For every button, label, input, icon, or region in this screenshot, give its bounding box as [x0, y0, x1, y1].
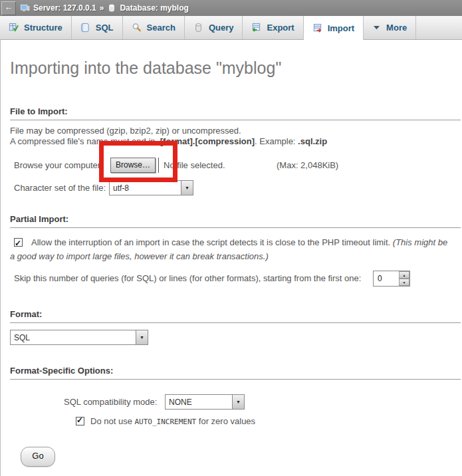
search-icon: [132, 23, 142, 33]
tab-label: Search: [147, 23, 175, 33]
auto-increment-row: Do not use AUTO_INCREMENT for zero value…: [76, 416, 255, 426]
format-select[interactable]: SQL ▼: [10, 330, 148, 345]
allow-interruption-label: Allow the interruption of an import in c…: [31, 237, 393, 247]
back-button[interactable]: ←: [1, 1, 16, 15]
sql-compatibility-select[interactable]: NONE ▼: [165, 394, 245, 410]
skip-queries-value: 0: [374, 271, 399, 286]
charset-label: Character set of the file:: [14, 183, 106, 193]
tab-label: Import: [328, 23, 354, 33]
format-select-arrow-icon[interactable]: ▼: [136, 330, 148, 344]
stepper-down-icon[interactable]: ▼: [399, 279, 409, 286]
tab-more[interactable]: More: [364, 16, 416, 39]
charset-select-value: utf-8: [110, 181, 181, 195]
database-icon: [107, 3, 116, 13]
structure-icon: [9, 23, 19, 33]
skip-queries-stepper[interactable]: 0 ▲ ▼: [373, 271, 410, 287]
import-icon: [312, 23, 322, 33]
sql-icon: [80, 23, 90, 33]
tab-export[interactable]: Export: [243, 16, 303, 39]
tab-query[interactable]: Query: [185, 16, 243, 39]
tab-sql[interactable]: SQL: [72, 16, 123, 39]
section-heading-format-options: Format-Specific Options:: [10, 366, 461, 380]
compression-info-line1: File may be compressed (gzip, bzip2, zip…: [10, 126, 241, 136]
charset-select[interactable]: utf-8 ▼: [109, 180, 193, 195]
allow-interruption-checkbox-checked[interactable]: [14, 238, 23, 247]
breadcrumb-separator: »: [100, 3, 104, 13]
tab-label: Export: [267, 23, 294, 33]
allow-interruption-row: Allow the interruption of an import in c…: [10, 235, 454, 263]
auto-increment-label-prefix: Do not use: [90, 416, 135, 426]
tab-label: SQL: [96, 23, 114, 33]
tab-label: Structure: [24, 23, 62, 33]
charset-select-arrow-icon[interactable]: ▼: [181, 181, 193, 195]
query-icon: [193, 23, 203, 33]
chevron-down-icon: [372, 23, 381, 32]
no-file-selected-text: No file selected.: [164, 160, 225, 170]
sql-compatibility-value: NONE: [166, 395, 232, 409]
breadcrumb-database[interactable]: Database: myblog: [120, 3, 188, 13]
max-size-note: (Max: 2,048KiB): [277, 160, 338, 170]
tab-search[interactable]: Search: [123, 16, 185, 39]
browse-computer-label: Browse your computer:: [14, 160, 103, 170]
breadcrumb-server[interactable]: Server: 127.0.0.1: [33, 3, 96, 13]
server-icon: [20, 3, 30, 13]
skip-queries-label: Skip this number of queries (for SQL) or…: [14, 273, 361, 283]
compression-info-line2: A compressed file's name must end in .[f…: [10, 136, 327, 146]
breadcrumb-bar: ← Server: 127.0.0.1 » Database: myblog: [0, 0, 462, 16]
sql-compatibility-arrow-icon[interactable]: ▼: [232, 395, 244, 409]
breadcrumb: Server: 127.0.0.1 » Database: myblog: [20, 0, 189, 16]
tab-bar: Structure SQL Search Query: [0, 16, 462, 40]
section-heading-file-to-import: File to Import:: [10, 106, 461, 120]
section-heading-partial-import: Partial Import:: [10, 214, 461, 228]
phpmyadmin-import-page: ← Server: 127.0.0.1 » Database: myblog: [0, 0, 462, 476]
auto-increment-checkbox-checked[interactable]: [76, 417, 84, 425]
auto-increment-label-suffix: for zero values: [196, 416, 255, 426]
file-input-caret: [158, 158, 159, 173]
tab-import[interactable]: Import: [304, 16, 364, 40]
tab-label: Query: [209, 23, 234, 33]
export-icon: [251, 23, 261, 33]
main-content: Importing into the database "myblog" Fil…: [0, 40, 462, 476]
browse-button[interactable]: Browse…: [110, 158, 156, 173]
section-heading-format: Format:: [10, 309, 461, 323]
stepper-up-icon[interactable]: ▲: [399, 271, 409, 279]
page-title: Importing into the database "myblog": [10, 59, 281, 78]
format-select-value: SQL: [11, 330, 136, 344]
tab-structure[interactable]: Structure: [0, 16, 72, 39]
auto-increment-code: AUTO_INCREMENT: [135, 417, 197, 426]
go-button[interactable]: Go: [21, 447, 55, 467]
tab-label: More: [386, 23, 407, 33]
sql-compatibility-label: SQL compatibility mode:: [64, 397, 157, 407]
